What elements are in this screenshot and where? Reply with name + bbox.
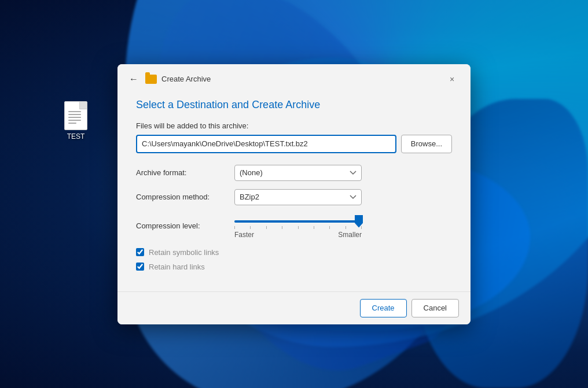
compression-level-row: Compression level: bbox=[136, 213, 452, 239]
retain-hardlinks-label: Retain hard links bbox=[149, 263, 205, 271]
files-label: Files will be added to this archive: bbox=[136, 121, 452, 130]
retain-symlinks-checkbox[interactable] bbox=[136, 248, 144, 256]
slider-container: Faster Smaller bbox=[234, 213, 362, 239]
archive-format-row: Archive format: (None) Zip 7z Tar GZip B… bbox=[136, 165, 452, 181]
retain-hardlinks-row: Retain hard links bbox=[136, 263, 452, 271]
dialog-footer: Create Cancel bbox=[117, 291, 471, 324]
archive-icon bbox=[145, 75, 157, 84]
retain-symlinks-row: Retain symbolic links bbox=[136, 248, 452, 257]
dialog-overlay: ← Create Archive × Select a Destination … bbox=[0, 0, 588, 388]
slider-wrapper bbox=[234, 213, 362, 230]
cancel-button[interactable]: Cancel bbox=[411, 299, 459, 317]
slider-smaller-label: Smaller bbox=[338, 231, 362, 239]
dialog-title: Create Archive bbox=[161, 75, 438, 83]
path-row: Browse... bbox=[136, 135, 452, 153]
create-archive-dialog: ← Create Archive × Select a Destination … bbox=[117, 64, 471, 324]
section-title: Select a Destination and Create Archive bbox=[136, 99, 452, 111]
dialog-content: Select a Destination and Create Archive … bbox=[117, 93, 471, 291]
create-button[interactable]: Create bbox=[360, 299, 407, 317]
compression-method-select[interactable]: BZip2 Deflate LZMA Store bbox=[234, 189, 362, 205]
browse-button[interactable]: Browse... bbox=[401, 135, 452, 153]
path-input[interactable] bbox=[136, 135, 396, 153]
slider-labels: Faster Smaller bbox=[234, 231, 362, 239]
close-button[interactable]: × bbox=[443, 71, 461, 87]
dialog-titlebar: ← Create Archive × bbox=[117, 64, 471, 93]
compression-method-label: Compression method: bbox=[136, 193, 234, 201]
retain-symlinks-label: Retain symbolic links bbox=[149, 248, 219, 257]
archive-format-select[interactable]: (None) Zip 7z Tar GZip BZip2 bbox=[234, 165, 362, 181]
slider-faster-label: Faster bbox=[234, 231, 254, 239]
compression-method-row: Compression method: BZip2 Deflate LZMA S… bbox=[136, 189, 452, 205]
back-button[interactable]: ← bbox=[127, 72, 141, 86]
retain-hardlinks-checkbox[interactable] bbox=[136, 263, 144, 271]
archive-format-label: Archive format: bbox=[136, 168, 234, 177]
compression-level-label: Compression level: bbox=[136, 221, 234, 230]
